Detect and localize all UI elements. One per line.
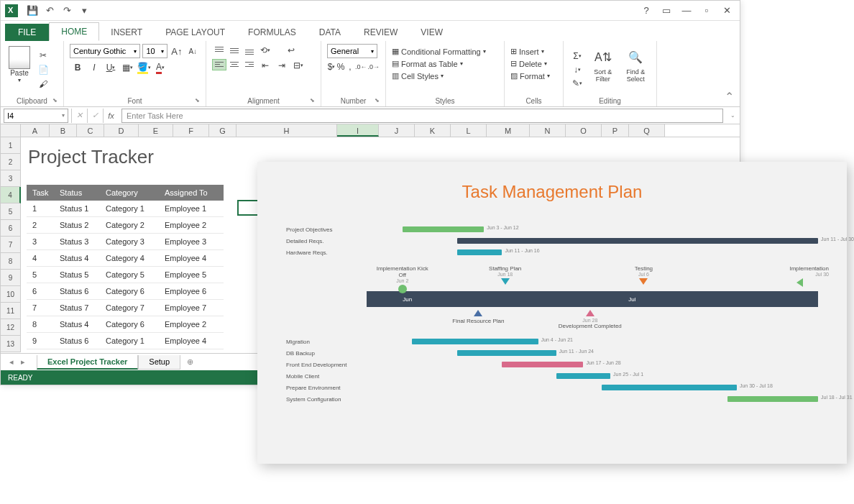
ribbon-tab-file[interactable]: FILE bbox=[5, 24, 49, 41]
underline-button[interactable]: U▾ bbox=[103, 61, 119, 74]
font-size-select[interactable]: 10▾ bbox=[142, 44, 167, 58]
copy-button[interactable]: 📄 bbox=[35, 63, 51, 76]
row-header-10[interactable]: 10 bbox=[1, 286, 21, 303]
increase-font-button[interactable]: A↑ bbox=[170, 45, 183, 58]
format-as-table-button[interactable]: ▤Format as Table▾ bbox=[392, 58, 498, 69]
save-button[interactable]: 💾 bbox=[25, 4, 40, 18]
column-header-J[interactable]: J bbox=[379, 124, 415, 137]
column-header-N[interactable]: N bbox=[530, 124, 566, 137]
font-family-select[interactable]: Century Gothic▾ bbox=[70, 44, 140, 58]
decrease-font-button[interactable]: A↓ bbox=[186, 45, 200, 58]
align-middle-button[interactable] bbox=[227, 44, 242, 55]
format-cells-button[interactable]: ▨Format▾ bbox=[510, 70, 557, 81]
sheet-tab[interactable]: Setup bbox=[138, 355, 180, 370]
column-header-O[interactable]: O bbox=[566, 124, 602, 137]
sheet-tab[interactable]: Excel Project Tracker bbox=[37, 355, 138, 370]
wrap-text-button[interactable]: ↩ bbox=[283, 44, 299, 57]
table-row[interactable]: 4Status 4Category 4Employee 4 bbox=[27, 250, 224, 267]
paste-button[interactable]: Paste ▾ bbox=[6, 44, 32, 86]
column-header-G[interactable]: G bbox=[209, 124, 237, 137]
merge-button[interactable]: ⊟▾ bbox=[290, 59, 306, 72]
redo-button[interactable]: ↷ bbox=[60, 4, 74, 18]
undo-button[interactable]: ↶ bbox=[42, 4, 57, 18]
restore-button[interactable]: ▫ bbox=[698, 4, 715, 18]
row-header-4[interactable]: 4 bbox=[1, 187, 21, 203]
font-color-button[interactable]: A▾ bbox=[152, 61, 168, 74]
new-sheet-button[interactable]: ⊕ bbox=[185, 357, 195, 367]
align-bottom-button[interactable] bbox=[242, 44, 257, 55]
row-header-11[interactable]: 11 bbox=[1, 303, 21, 319]
format-painter-button[interactable]: 🖌 bbox=[35, 78, 51, 91]
row-header-2[interactable]: 2 bbox=[1, 154, 21, 170]
fill-color-button[interactable]: 🪣▾ bbox=[136, 61, 152, 74]
table-row[interactable]: 3Status 3Category 3Employee 3 bbox=[27, 234, 224, 250]
accounting-button[interactable]: $▾ bbox=[327, 60, 336, 73]
row-header-12[interactable]: 12 bbox=[1, 319, 21, 336]
row-header-3[interactable]: 3 bbox=[1, 170, 21, 187]
clipboard-dialog-launcher[interactable]: ⬊ bbox=[52, 97, 58, 104]
border-button[interactable]: ▦▾ bbox=[119, 61, 135, 74]
decrease-indent-button[interactable]: ⇤ bbox=[257, 59, 273, 72]
row-header-9[interactable]: 9 bbox=[1, 270, 21, 286]
name-box[interactable]: I4▾ bbox=[4, 109, 68, 123]
number-format-select[interactable]: General▾ bbox=[327, 44, 377, 58]
close-button[interactable]: ✕ bbox=[718, 4, 735, 18]
enter-formula-button[interactable]: ✓ bbox=[87, 109, 103, 123]
ribbon-tab-insert[interactable]: INSERT bbox=[99, 24, 154, 41]
ribbon-tab-view[interactable]: VIEW bbox=[409, 24, 454, 41]
sort-filter-button[interactable]: A⇅ Sort & Filter bbox=[588, 44, 618, 86]
align-top-button[interactable] bbox=[212, 44, 226, 55]
find-select-button[interactable]: 🔍 Find & Select bbox=[621, 44, 651, 86]
align-right-button[interactable] bbox=[242, 59, 257, 70]
ribbon-tab-data[interactable]: DATA bbox=[308, 24, 352, 41]
orientation-button[interactable]: ⟲▾ bbox=[257, 44, 273, 57]
conditional-formatting-button[interactable]: ▦Conditional Formatting▾ bbox=[392, 46, 498, 57]
column-header-I[interactable]: I bbox=[337, 124, 379, 137]
formula-input[interactable] bbox=[121, 109, 723, 123]
align-left-button[interactable] bbox=[212, 59, 226, 70]
ribbon-display-button[interactable]: ▭ bbox=[658, 4, 675, 18]
expand-formula-button[interactable]: ⌄ bbox=[726, 112, 740, 119]
column-header-P[interactable]: P bbox=[602, 124, 629, 137]
ribbon-tab-page-layout[interactable]: PAGE LAYOUT bbox=[154, 24, 237, 41]
clear-button[interactable]: ✎▾ bbox=[569, 77, 585, 90]
insert-function-button[interactable]: fx bbox=[103, 109, 119, 123]
column-header-K[interactable]: K bbox=[415, 124, 451, 137]
row-header-5[interactable]: 5 bbox=[1, 203, 21, 220]
qat-customize-icon[interactable]: ▾ bbox=[77, 4, 91, 18]
cancel-formula-button[interactable]: ✕ bbox=[71, 109, 87, 123]
ribbon-tab-review[interactable]: REVIEW bbox=[352, 24, 409, 41]
collapse-ribbon-button[interactable]: ⌃ bbox=[719, 87, 740, 106]
minimize-button[interactable]: — bbox=[678, 4, 695, 18]
column-header-E[interactable]: E bbox=[139, 124, 173, 137]
select-all-corner[interactable] bbox=[1, 124, 21, 137]
table-row[interactable]: 7Status 7Category 7Employee 7 bbox=[27, 300, 224, 316]
font-dialog-launcher[interactable]: ⬊ bbox=[195, 97, 200, 104]
alignment-dialog-launcher[interactable]: ⬊ bbox=[310, 97, 315, 104]
row-header-1[interactable]: 1 bbox=[1, 137, 21, 154]
tab-next-button[interactable]: ▸ bbox=[18, 357, 28, 367]
table-row[interactable]: 9Status 6Category 1Employee 4 bbox=[27, 333, 224, 349]
ribbon-tab-home[interactable]: HOME bbox=[49, 22, 99, 41]
row-header-7[interactable]: 7 bbox=[1, 237, 21, 253]
column-header-F[interactable]: F bbox=[173, 124, 209, 137]
help-button[interactable]: ? bbox=[638, 4, 655, 18]
increase-decimal-button[interactable]: .0← bbox=[355, 60, 367, 73]
table-row[interactable]: 2Status 2Category 2Employee 2 bbox=[27, 217, 224, 234]
column-header-A[interactable]: A bbox=[21, 124, 50, 137]
tab-prev-button[interactable]: ◂ bbox=[6, 357, 17, 367]
delete-cells-button[interactable]: ⊟Delete▾ bbox=[510, 58, 557, 69]
column-header-L[interactable]: L bbox=[451, 124, 487, 137]
column-header-Q[interactable]: Q bbox=[629, 124, 665, 137]
column-header-C[interactable]: C bbox=[77, 124, 104, 137]
row-header-8[interactable]: 8 bbox=[1, 253, 21, 270]
number-dialog-launcher[interactable]: ⬊ bbox=[375, 97, 380, 104]
ribbon-tab-formulas[interactable]: FORMULAS bbox=[237, 24, 308, 41]
table-row[interactable]: 5Status 5Category 5Employee 5 bbox=[27, 267, 224, 283]
column-header-D[interactable]: D bbox=[104, 124, 139, 137]
insert-cells-button[interactable]: ⊞Insert▾ bbox=[510, 46, 557, 57]
cell-styles-button[interactable]: ▥Cell Styles▾ bbox=[392, 70, 498, 81]
increase-indent-button[interactable]: ⇥ bbox=[274, 59, 290, 72]
row-header-6[interactable]: 6 bbox=[1, 220, 21, 237]
column-header-M[interactable]: M bbox=[487, 124, 530, 137]
